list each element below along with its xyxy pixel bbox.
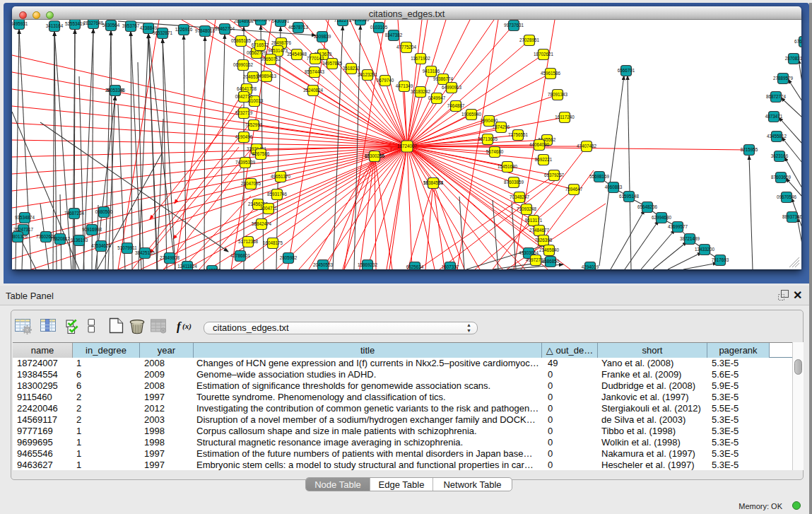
svg-text:3623166: 3623166 (771, 153, 789, 158)
svg-text:45961586: 45961586 (541, 71, 561, 76)
svg-text:28498776: 28498776 (271, 40, 292, 45)
svg-text:12411824: 12411824 (177, 264, 197, 269)
svg-text:15451680: 15451680 (498, 164, 518, 169)
svg-text:3990490: 3990490 (481, 118, 498, 123)
svg-text:71093248: 71093248 (517, 206, 537, 211)
svg-text:1509839: 1509839 (314, 34, 331, 39)
svg-text:f: f (177, 320, 182, 333)
svg-text:99737631: 99737631 (504, 23, 524, 28)
svg-text:96532871: 96532871 (153, 30, 173, 35)
svg-text:28327648: 28327648 (83, 21, 104, 25)
svg-text:36713695: 36713695 (478, 136, 498, 141)
svg-text:8267586: 8267586 (252, 151, 270, 156)
svg-text:0103105: 0103105 (370, 25, 388, 30)
svg-text:8215955: 8215955 (741, 147, 758, 152)
svg-text:05865185: 05865185 (231, 38, 252, 43)
svg-text:94531473: 94531473 (268, 48, 288, 53)
svg-text:74989413: 74989413 (257, 74, 277, 78)
svg-text:7917693: 7917693 (712, 257, 729, 262)
svg-text:71756551: 71756551 (508, 132, 529, 137)
svg-text:4190496: 4190496 (235, 134, 253, 139)
svg-text:58842474: 58842474 (252, 221, 272, 226)
svg-text:74687234: 74687234 (64, 211, 85, 216)
svg-text:3518233: 3518233 (343, 66, 360, 71)
svg-text:4294019: 4294019 (582, 264, 599, 269)
svg-text:5674680: 5674680 (486, 149, 504, 154)
svg-text:7874296: 7874296 (493, 124, 510, 129)
svg-text:16117240: 16117240 (555, 115, 575, 119)
svg-text:78091343: 78091343 (548, 92, 568, 97)
svg-text:21465840: 21465840 (539, 247, 560, 252)
svg-text:0980500: 0980500 (95, 209, 113, 214)
svg-text:4873471: 4873471 (765, 114, 783, 119)
svg-text:43534624: 43534624 (91, 243, 112, 248)
svg-text:42786801: 42786801 (230, 253, 251, 258)
svg-text:5030564: 5030564 (102, 23, 120, 28)
svg-text:3413164: 3413164 (46, 23, 64, 28)
svg-text:1607337: 1607337 (442, 264, 459, 269)
svg-text:65648236: 65648236 (637, 204, 658, 209)
svg-text:4060883: 4060883 (605, 185, 623, 189)
svg-text:7594647: 7594647 (565, 187, 583, 192)
svg-text:28809570: 28809570 (251, 20, 271, 22)
svg-text:8495931: 8495931 (12, 21, 28, 26)
svg-text:27028951: 27028951 (519, 37, 540, 42)
svg-text:36183242: 36183242 (411, 89, 431, 94)
svg-text:44064090: 44064090 (529, 142, 550, 147)
svg-text:35454948: 35454948 (287, 52, 307, 57)
svg-text:18300295: 18300295 (365, 153, 385, 158)
svg-text:55698169: 55698169 (589, 174, 610, 179)
svg-text:86872774: 86872774 (766, 94, 787, 99)
svg-text:49972787: 49972787 (526, 257, 546, 262)
svg-text:7182278: 7182278 (334, 20, 352, 23)
svg-text:46578713: 46578713 (288, 25, 309, 30)
svg-text:34123281: 34123281 (358, 72, 378, 77)
svg-text:19384554: 19384554 (423, 180, 444, 185)
svg-text:6716572: 6716572 (252, 42, 269, 47)
svg-text:8692221: 8692221 (535, 157, 553, 162)
svg-text:93534874: 93534874 (15, 215, 35, 220)
svg-text:87603859: 87603859 (504, 180, 524, 185)
svg-text:61595148: 61595148 (619, 194, 640, 199)
svg-text:4896383: 4896383 (352, 20, 370, 22)
svg-text:0249947: 0249947 (428, 95, 446, 100)
svg-text:49651370: 49651370 (271, 174, 291, 179)
svg-text:51462704: 51462704 (215, 26, 235, 31)
svg-text:85931746: 85931746 (267, 192, 288, 197)
svg-text:9232719: 9232719 (235, 110, 253, 115)
svg-text:67632016: 67632016 (794, 39, 801, 44)
svg-text:06990162: 06990162 (233, 62, 254, 67)
svg-text:34957885: 34957885 (322, 61, 343, 66)
svg-text:43455812: 43455812 (767, 134, 787, 139)
svg-text:27849808: 27849808 (160, 255, 180, 260)
svg-text:6566701: 6566701 (618, 68, 635, 73)
svg-text:9413186: 9413186 (423, 69, 440, 74)
svg-text:0842710: 0842710 (235, 94, 253, 99)
svg-text:19065940: 19065940 (461, 112, 482, 117)
svg-text:70348247: 70348247 (510, 194, 530, 199)
svg-text:8347382: 8347382 (385, 33, 403, 37)
svg-text:78820812: 78820812 (50, 236, 71, 241)
svg-text:9136193: 9136193 (71, 238, 88, 243)
svg-text:88937346: 88937346 (782, 214, 801, 219)
svg-text:99650752: 99650752 (261, 57, 281, 62)
svg-text:21047095: 21047095 (241, 181, 261, 186)
svg-text:7826398: 7826398 (535, 238, 553, 243)
svg-text:2004711: 2004711 (260, 206, 278, 211)
svg-text:4238849: 4238849 (140, 25, 158, 30)
svg-text:10801326: 10801326 (12, 234, 28, 239)
svg-text:6025634: 6025634 (406, 264, 424, 269)
svg-text:90916998: 90916998 (82, 227, 102, 232)
svg-text:5430391: 5430391 (272, 20, 290, 23)
svg-text:85574443: 85574443 (305, 69, 325, 74)
svg-text:52553419: 52553419 (65, 21, 86, 26)
svg-text:06562729: 06562729 (247, 50, 267, 55)
svg-text:47775204: 47775204 (396, 45, 417, 49)
svg-text:20450533: 20450533 (313, 262, 334, 267)
svg-text:38721489: 38721489 (680, 236, 700, 241)
svg-text:(x): (x) (182, 322, 192, 331)
svg-text:69379237: 69379237 (544, 173, 565, 177)
svg-text:7464887: 7464887 (447, 103, 465, 108)
svg-text:47407482: 47407482 (577, 144, 597, 148)
svg-text:8613171: 8613171 (525, 218, 543, 223)
